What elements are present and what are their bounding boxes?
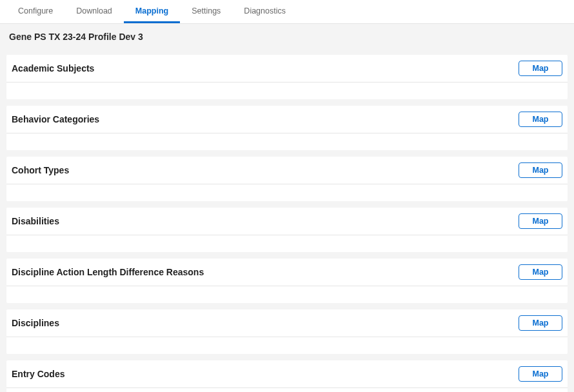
section-academic-subjects: Academic Subjects Map — [6, 55, 568, 99]
tab-settings[interactable]: Settings — [180, 0, 232, 23]
section-body — [6, 83, 568, 99]
section-header: Cohort Types Map — [6, 157, 568, 184]
map-button[interactable]: Map — [519, 315, 562, 331]
map-button[interactable]: Map — [519, 162, 562, 178]
section-title: Disciplines — [12, 318, 59, 328]
map-button[interactable]: Map — [519, 112, 562, 127]
tab-bar: Configure Download Mapping Settings Diag… — [0, 0, 574, 24]
tab-mapping[interactable]: Mapping — [124, 0, 180, 23]
mapping-content: Academic Subjects Map Behavior Categorie… — [0, 50, 574, 392]
tab-configure[interactable]: Configure — [6, 0, 64, 23]
section-header: Disciplines Map — [6, 309, 568, 337]
section-title: Disabilities — [12, 216, 59, 226]
section-body — [6, 337, 568, 354]
section-behavior-categories: Behavior Categories Map — [6, 106, 568, 150]
section-cohort-types: Cohort Types Map — [6, 157, 568, 201]
map-button[interactable]: Map — [519, 61, 562, 76]
map-button[interactable]: Map — [519, 213, 562, 229]
section-disabilities: Disabilities Map — [6, 208, 568, 252]
section-header: Discipline Action Length Difference Reas… — [6, 259, 568, 286]
section-body — [6, 235, 568, 252]
section-title: Discipline Action Length Difference Reas… — [12, 267, 204, 277]
section-title: Cohort Types — [12, 165, 69, 175]
section-body — [6, 388, 568, 392]
section-discipline-action-length-diff: Discipline Action Length Difference Reas… — [6, 259, 568, 303]
section-header: Academic Subjects Map — [6, 55, 568, 83]
section-body — [6, 286, 568, 303]
map-button[interactable]: Map — [519, 366, 562, 382]
section-header: Disabilities Map — [6, 208, 568, 235]
section-title: Entry Codes — [12, 369, 64, 379]
section-disciplines: Disciplines Map — [6, 309, 568, 354]
section-title: Academic Subjects — [12, 63, 94, 74]
tab-download[interactable]: Download — [64, 0, 124, 23]
tab-diagnostics[interactable]: Diagnostics — [232, 0, 297, 23]
section-body — [6, 133, 568, 150]
map-button[interactable]: Map — [519, 264, 562, 280]
profile-title: Gene PS TX 23-24 Profile Dev 3 — [0, 24, 574, 50]
section-entry-codes: Entry Codes Map — [6, 360, 568, 392]
section-header: Behavior Categories Map — [6, 106, 568, 133]
section-title: Behavior Categories — [12, 114, 99, 124]
section-header: Entry Codes Map — [6, 360, 568, 388]
section-body — [6, 184, 568, 201]
